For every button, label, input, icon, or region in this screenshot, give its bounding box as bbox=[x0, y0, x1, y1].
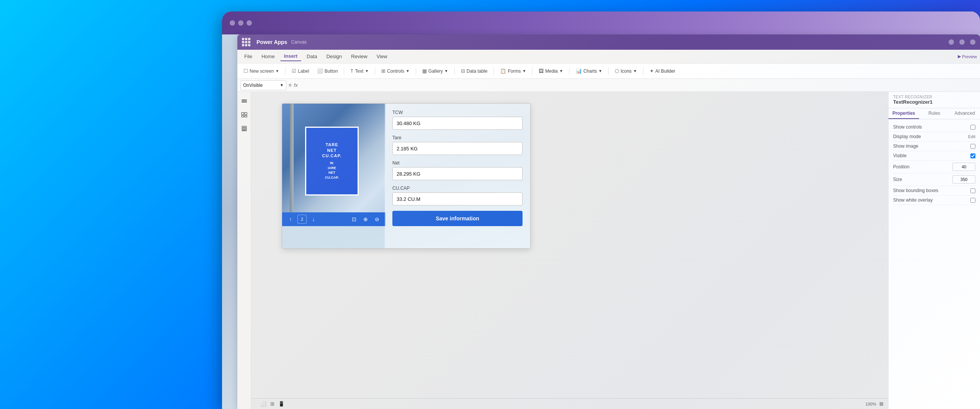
toolbar-separator-9 bbox=[608, 67, 609, 75]
menu-insert[interactable]: Insert bbox=[280, 52, 301, 61]
scan-zoom-out-btn[interactable]: ⊕ bbox=[361, 215, 370, 224]
canvas-area: TARE NET CU.CAP. W.IARENETCU.CAP. ↑ 2 bbox=[251, 92, 888, 409]
maximize-btn[interactable] bbox=[959, 39, 965, 45]
label-net: Net bbox=[392, 160, 523, 166]
waffle-icon[interactable] bbox=[242, 38, 250, 46]
bounding-boxes-checkbox[interactable] bbox=[970, 188, 975, 193]
svg-rect-7 bbox=[242, 126, 247, 127]
component-type: TEXT RECOGNIZER bbox=[893, 95, 975, 99]
prop-show-controls: Show controls bbox=[893, 122, 975, 132]
menu-data[interactable]: Data bbox=[303, 52, 321, 61]
size-input[interactable]: 350 bbox=[952, 175, 975, 184]
sidebar-data-icon[interactable] bbox=[240, 124, 249, 133]
show-image-checkbox[interactable] bbox=[970, 144, 975, 149]
scan-up-btn[interactable]: ↑ bbox=[286, 215, 295, 224]
menu-view[interactable]: View bbox=[373, 52, 391, 61]
icons-dropdown-icon: ▼ bbox=[633, 69, 637, 73]
data-table-btn[interactable]: ⊟ Data table bbox=[458, 67, 491, 75]
label-tcw: TCW bbox=[392, 110, 523, 115]
field-tcw: TCW 30.480 KG bbox=[392, 110, 523, 130]
toolbar-separator-1 bbox=[285, 67, 286, 75]
fit-icon[interactable]: ⊠ bbox=[879, 401, 884, 407]
sign-text-values: W.IARENETCU.CAP. bbox=[325, 161, 339, 180]
scan-num-btn[interactable]: 2 bbox=[297, 215, 307, 224]
tab-properties[interactable]: Properties bbox=[889, 108, 919, 119]
ai-builder-btn[interactable]: ✦ AI Builder bbox=[647, 67, 678, 75]
chrome-dot-1 bbox=[230, 20, 235, 26]
menu-bar: File Home Insert Data Design Review View… bbox=[237, 50, 980, 64]
screen-icon-3[interactable]: 📱 bbox=[278, 401, 284, 407]
sign-text-line2: NET bbox=[327, 148, 337, 153]
tab-advanced[interactable]: Advanced bbox=[949, 108, 980, 119]
pole-decoration bbox=[290, 104, 294, 226]
new-screen-btn[interactable]: ☐ New screen ▼ bbox=[240, 67, 282, 75]
screen-icon-2[interactable]: ⊞ bbox=[270, 401, 274, 407]
toolbar-separator-3 bbox=[375, 67, 375, 75]
zoom-level: 100% bbox=[866, 402, 876, 406]
app-canvas[interactable]: TARE NET CU.CAP. W.IARENETCU.CAP. ↑ 2 bbox=[282, 103, 531, 249]
menu-file[interactable]: File bbox=[240, 52, 256, 61]
input-tcw[interactable]: 30.480 KG bbox=[392, 117, 523, 130]
panel-header: TEXT RECOGNIZER TextRecognizer1 bbox=[889, 92, 980, 108]
gallery-icon: ▦ bbox=[422, 68, 427, 74]
left-sidebar bbox=[237, 92, 251, 409]
toolbar-separator-6 bbox=[493, 67, 494, 75]
media-dropdown-icon: ▼ bbox=[559, 69, 563, 73]
charts-btn[interactable]: 📊 Charts ▼ bbox=[573, 67, 605, 75]
data-table-icon: ⊟ bbox=[461, 68, 465, 74]
sidebar-screens-icon[interactable] bbox=[240, 110, 249, 119]
selector-chevron: ▼ bbox=[280, 83, 284, 87]
prop-size: Size 350 bbox=[893, 173, 975, 186]
screen-nav-icons: ⬜ ⊞ 📱 bbox=[256, 401, 862, 407]
scan-fit-btn[interactable]: ⊡ bbox=[350, 215, 359, 224]
scan-zoom-in-btn[interactable]: ⊖ bbox=[372, 215, 382, 224]
scan-toolbar: ↑ 2 ↓ ⊡ ⊕ ⊖ bbox=[282, 212, 385, 226]
svg-rect-0 bbox=[242, 99, 247, 100]
formula-input[interactable] bbox=[300, 80, 977, 90]
minimize-btn[interactable] bbox=[949, 39, 954, 45]
panel-body: Show controls Display mode Edit Show ima… bbox=[889, 119, 980, 409]
text-dropdown-icon: ▼ bbox=[365, 69, 369, 73]
menu-home[interactable]: Home bbox=[258, 52, 279, 61]
toolbar-separator-8 bbox=[569, 67, 570, 75]
sidebar-layers-icon[interactable] bbox=[240, 96, 249, 106]
icons-btn[interactable]: ⬡ Icons ▼ bbox=[612, 67, 640, 75]
input-net[interactable]: 28.295 KG bbox=[392, 167, 523, 180]
input-tare[interactable]: 2.185 KG bbox=[392, 142, 523, 155]
menu-review[interactable]: Review bbox=[347, 52, 371, 61]
gallery-dropdown-icon: ▼ bbox=[444, 69, 448, 73]
equals-sign: = bbox=[289, 82, 292, 88]
position-input[interactable]: 40 bbox=[952, 163, 975, 171]
toolbar-separator-7 bbox=[532, 67, 532, 75]
property-selector[interactable]: OnVisible ▼ bbox=[240, 80, 286, 90]
menu-design[interactable]: Design bbox=[323, 52, 346, 61]
text-btn[interactable]: T Text ▼ bbox=[347, 67, 372, 75]
charts-icon: 📊 bbox=[576, 68, 582, 74]
component-name: TextRecognizer1 bbox=[893, 99, 975, 105]
input-cucap[interactable]: 33.2 CU.M bbox=[392, 192, 523, 205]
preview-btn[interactable]: ▶ Preview bbox=[958, 54, 977, 59]
toolbar: ☐ New screen ▼ ☑ Label ⬜ Button T Text ▼… bbox=[237, 64, 980, 79]
button-icon: ⬜ bbox=[317, 68, 323, 74]
close-btn[interactable] bbox=[970, 39, 975, 45]
media-btn[interactable]: 🖼 Media ▼ bbox=[536, 67, 566, 75]
field-net: Net 28.295 KG bbox=[392, 160, 523, 180]
forms-btn[interactable]: 📋 Forms ▼ bbox=[497, 67, 529, 75]
tab-rules[interactable]: Rules bbox=[919, 108, 950, 119]
white-overlay-checkbox[interactable] bbox=[970, 198, 975, 203]
svg-rect-1 bbox=[242, 101, 247, 101]
button-btn[interactable]: ⬜ Button bbox=[314, 67, 341, 75]
save-information-btn[interactable]: Save information bbox=[392, 211, 523, 226]
controls-dropdown-icon: ▼ bbox=[406, 69, 410, 73]
prop-white-overlay: Show white overlay bbox=[893, 196, 975, 205]
label-btn[interactable]: ☑ Label bbox=[289, 67, 312, 75]
toolbar-separator-5 bbox=[454, 67, 455, 75]
scan-down-btn[interactable]: ↓ bbox=[309, 215, 318, 224]
svg-rect-2 bbox=[242, 102, 247, 103]
screen-icon-1[interactable]: ⬜ bbox=[260, 401, 266, 407]
right-panel: TEXT RECOGNIZER TextRecognizer1 Properti… bbox=[888, 92, 980, 409]
visible-checkbox[interactable] bbox=[970, 153, 975, 158]
show-controls-checkbox[interactable] bbox=[970, 125, 975, 130]
gallery-btn[interactable]: ▦ Gallery ▼ bbox=[419, 67, 451, 75]
controls-btn[interactable]: ⊞ Controls ▼ bbox=[378, 67, 413, 75]
